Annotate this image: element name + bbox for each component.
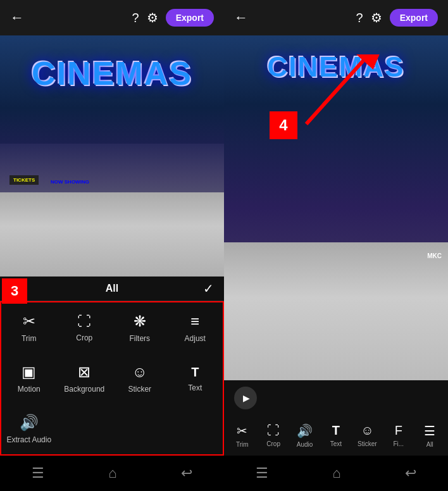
right-tool-all[interactable]: ☰ All <box>416 423 444 448</box>
right-video-preview: CINEMAS 4 MKC <box>224 35 448 380</box>
left-bottom-nav: ☰ ⌂ ↩ <box>0 456 224 491</box>
filters-icon: ❋ <box>134 313 146 330</box>
extract-audio-icon: 🔊 <box>20 414 39 432</box>
left-back-button[interactable]: ← <box>10 9 24 26</box>
motion-label: Motion <box>18 385 40 394</box>
tool-sticker[interactable]: ☺ Sticker <box>112 353 168 404</box>
right-sticker-label: Sticker <box>358 440 377 447</box>
adjust-icon: ≡ <box>190 313 199 330</box>
right-nav-back[interactable]: ↩ <box>405 465 416 482</box>
tool-filters[interactable]: ❋ Filters <box>112 302 168 353</box>
tool-text[interactable]: T Text <box>168 353 223 404</box>
tool-extract-audio[interactable]: 🔊 Extract Audio <box>1 404 57 454</box>
crop-icon: ⛶ <box>77 313 91 330</box>
right-tool-crop[interactable]: ⛶ Crop <box>259 423 287 447</box>
right-settings-button[interactable]: ⚙ <box>371 10 382 25</box>
all-bar: 3 All ✓ <box>0 277 224 301</box>
right-audio-icon: 🔊 <box>297 423 313 438</box>
right-trim-label: Trim <box>236 441 249 448</box>
tool-motion[interactable]: ▣ Motion <box>1 353 57 404</box>
right-sticker-icon: ☺ <box>361 423 373 438</box>
motion-icon: ▣ <box>22 363 36 381</box>
left-panel: ← ? ⚙ Export CINEMAS TICKETS NOW SHOWING… <box>0 0 224 491</box>
right-all-icon: ☰ <box>424 423 435 438</box>
right-tool-text[interactable]: T Text <box>322 423 350 447</box>
filters-label: Filters <box>129 334 150 343</box>
right-nav-home[interactable]: ⌂ <box>332 465 340 482</box>
left-cinema-text: CINEMAS <box>32 54 192 92</box>
text-label: Text <box>188 383 202 392</box>
right-text-label: Text <box>330 440 342 447</box>
background-icon: ⊠ <box>78 363 90 381</box>
play-button[interactable]: ▶ <box>234 387 257 409</box>
left-top-bar: ← ? ⚙ Export <box>0 0 224 35</box>
left-video-preview: CINEMAS TICKETS NOW SHOWING <box>0 35 224 277</box>
right-all-label: All <box>426 441 433 448</box>
right-crop-icon: ⛶ <box>267 423 280 438</box>
tool-adjust[interactable]: ≡ Adjust <box>168 302 223 353</box>
play-btn-area: ▶ <box>224 380 448 416</box>
tool-crop[interactable]: ⛶ Crop <box>57 302 113 353</box>
right-audio-label: Audio <box>297 441 313 448</box>
tool-background[interactable]: ⊠ Background <box>57 353 113 404</box>
adjust-label: Adjust <box>185 334 206 343</box>
step-badge-4: 4 <box>270 111 297 139</box>
left-help-button[interactable]: ? <box>132 11 139 25</box>
check-icon[interactable]: ✓ <box>203 281 214 296</box>
left-settings-button[interactable]: ⚙ <box>147 10 158 25</box>
right-top-bar: ← ? ⚙ Export <box>224 0 448 35</box>
right-tool-trim[interactable]: ✂ Trim <box>228 423 256 448</box>
trim-icon: ✂ <box>23 313 35 330</box>
left-tools-grid: ✂ Trim ⛶ Crop ❋ Filters ≡ Adjust ▣ Motio… <box>0 301 224 456</box>
trim-label: Trim <box>22 334 37 343</box>
text-icon: T <box>191 365 199 380</box>
left-export-button[interactable]: Export <box>166 9 214 27</box>
right-floor <box>224 242 448 380</box>
tool-trim[interactable]: ✂ Trim <box>1 302 57 353</box>
left-nav-home[interactable]: ⌂ <box>108 465 116 482</box>
right-crop-label: Crop <box>266 440 280 447</box>
svg-line-1 <box>306 61 363 124</box>
right-filter-label: Fi... <box>393 440 404 447</box>
background-label: Background <box>64 385 104 394</box>
extract-audio-label: Extract Audio <box>6 435 51 444</box>
play-icon: ▶ <box>243 393 250 403</box>
right-help-button[interactable]: ? <box>356 11 363 25</box>
right-top-bar-right: ? ⚙ Export <box>356 9 438 27</box>
crop-label: Crop <box>76 333 92 342</box>
left-top-bar-right: ? ⚙ Export <box>132 9 214 27</box>
now-showing: NOW SHOWING <box>51 179 89 185</box>
right-bottom-nav: ☰ ⌂ ↩ <box>224 456 448 491</box>
right-bottom-toolbar: ✂ Trim ⛶ Crop 🔊 Audio T Text ☺ Sticker F <box>224 416 448 456</box>
right-tools-row: ✂ Trim ⛶ Crop 🔊 Audio T Text ☺ Sticker F <box>224 421 448 451</box>
tickets-sign: TICKETS <box>9 175 39 185</box>
right-text-icon: T <box>332 423 340 438</box>
floor-area <box>0 192 224 277</box>
right-back-button[interactable]: ← <box>234 9 248 26</box>
sticker-icon: ☺ <box>132 363 147 381</box>
left-bottom-toolbar: 3 All ✓ ✂ Trim ⛶ Crop ❋ Filters ≡ Adjust <box>0 277 224 456</box>
right-filter-icon: F <box>395 423 402 438</box>
right-trim-icon: ✂ <box>237 423 247 438</box>
sticker-label: Sticker <box>128 385 151 394</box>
right-tool-audio[interactable]: 🔊 Audio <box>291 423 319 448</box>
right-tool-sticker[interactable]: ☺ Sticker <box>353 423 381 447</box>
right-export-button[interactable]: Export <box>390 9 438 27</box>
mkc-sign: MKC <box>427 252 442 259</box>
all-label: All <box>106 283 118 294</box>
step-badge-3: 3 <box>2 278 27 304</box>
right-panel: ← ? ⚙ Export CINEMAS 4 MKC <box>224 0 448 491</box>
right-tool-filter[interactable]: F Fi... <box>385 423 413 447</box>
left-nav-menu[interactable]: ☰ <box>32 465 44 482</box>
left-nav-back[interactable]: ↩ <box>181 465 192 482</box>
right-nav-menu[interactable]: ☰ <box>256 465 268 482</box>
